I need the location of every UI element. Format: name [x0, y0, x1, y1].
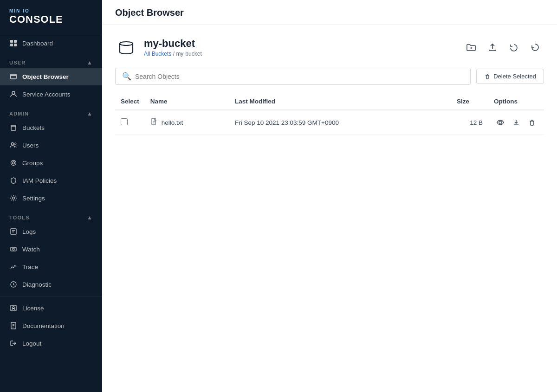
svg-point-9 — [13, 162, 15, 164]
sidebar-item-watch[interactable]: Watch — [0, 240, 102, 258]
svg-rect-1 — [14, 40, 17, 43]
sidebar-section-admin: ADMIN ▲ — [0, 106, 102, 119]
logs-icon — [9, 227, 18, 236]
main-body: my-bucket All Buckets / my-bucket — [102, 25, 557, 392]
sidebar-item-groups-label: Groups — [22, 160, 43, 167]
sidebar-divider — [0, 296, 102, 296]
sidebar-item-logout[interactable]: Logout — [0, 334, 102, 352]
svg-point-5 — [12, 91, 15, 94]
dashboard-icon — [9, 39, 18, 47]
breadcrumb-all-buckets[interactable]: All Buckets — [144, 51, 171, 57]
diagnostic-icon — [9, 280, 18, 289]
sidebar-item-users[interactable]: Users — [0, 136, 102, 154]
table-body: hello.txt Fri Sep 10 2021 23:03:59 GMT+0… — [115, 110, 544, 135]
logo-console: CONSOLE — [9, 13, 93, 26]
page-title: Object Browser — [115, 7, 544, 18]
sidebar-item-watch-label: Watch — [22, 246, 40, 253]
sidebar-item-groups[interactable]: Groups — [0, 154, 102, 172]
main-header: Object Browser — [102, 0, 557, 25]
col-header-size: Size — [451, 93, 488, 110]
search-bar-wrap: 🔍 Delete Selected — [115, 68, 544, 85]
sidebar-item-diagnostic-label: Diagnostic — [22, 281, 52, 288]
logo-minio: MIN IO — [9, 8, 93, 13]
sidebar-item-license[interactable]: License — [0, 299, 102, 317]
upload-button[interactable] — [484, 39, 501, 56]
sidebar-item-iam-policies[interactable]: IAM Policies — [0, 172, 102, 189]
sidebar-item-object-browser[interactable]: Object Browser — [0, 68, 102, 85]
row-options-cell — [488, 110, 544, 135]
bucket-name: my-bucket — [144, 38, 202, 50]
sidebar-section-user: USER ▲ — [0, 55, 102, 68]
file-icon — [150, 118, 158, 127]
row-modified-cell: Fri Sep 10 2021 23:03:59 GMT+0900 — [229, 110, 451, 135]
sidebar-item-diagnostic[interactable]: Diagnostic — [0, 276, 102, 293]
svg-rect-0 — [10, 40, 13, 43]
sidebar-item-logs-label: Logs — [22, 228, 36, 235]
breadcrumb: All Buckets / my-bucket — [144, 51, 202, 57]
groups-icon — [9, 159, 18, 167]
buckets-icon — [9, 123, 18, 132]
documentation-icon — [9, 321, 18, 330]
sidebar-item-trace-label: Trace — [22, 263, 38, 270]
row-size-cell: 12 B — [451, 110, 488, 135]
delete-selected-button[interactable]: Delete Selected — [476, 69, 544, 84]
svg-point-13 — [13, 248, 14, 250]
sidebar-item-documentation-label: Documentation — [22, 322, 65, 329]
sidebar: MIN IO CONSOLE Dashboard USER ▲ Object B… — [0, 0, 102, 392]
logout-icon — [9, 339, 18, 347]
rewind-button[interactable] — [505, 39, 523, 56]
file-name: hello.txt — [162, 119, 183, 126]
row-name-cell: hello.txt — [145, 110, 229, 135]
row-checkbox[interactable] — [121, 118, 128, 125]
search-input[interactable] — [135, 73, 464, 80]
svg-rect-11 — [11, 229, 16, 234]
svg-point-8 — [11, 161, 16, 166]
svg-rect-15 — [11, 305, 16, 311]
sidebar-logo: MIN IO CONSOLE — [0, 0, 102, 34]
sidebar-item-dashboard[interactable]: Dashboard — [0, 34, 102, 52]
objects-table: Select Name Last Modified Size Options h… — [115, 93, 544, 135]
bucket-title-wrap: my-bucket All Buckets / my-bucket — [144, 38, 202, 57]
bucket-header: my-bucket All Buckets / my-bucket — [115, 36, 544, 58]
preview-button[interactable] — [494, 116, 507, 129]
bucket-icon — [115, 36, 137, 58]
sidebar-item-settings-label: Settings — [22, 195, 45, 202]
svg-rect-2 — [10, 44, 13, 46]
svg-rect-12 — [11, 247, 16, 251]
refresh-button[interactable] — [526, 39, 544, 56]
col-header-last-modified: Last Modified — [229, 93, 451, 110]
svg-point-7 — [14, 143, 16, 145]
sidebar-item-trace[interactable]: Trace — [0, 258, 102, 276]
sidebar-item-settings[interactable]: Settings — [0, 189, 102, 207]
sidebar-item-service-accounts[interactable]: Service Accounts — [0, 85, 102, 103]
sidebar-item-logs[interactable]: Logs — [0, 223, 102, 240]
col-header-select: Select — [115, 93, 145, 110]
breadcrumb-current: my-bucket — [176, 51, 201, 57]
sidebar-item-object-browser-label: Object Browser — [22, 73, 69, 80]
tools-section-chevron: ▲ — [87, 214, 93, 221]
admin-section-chevron: ▲ — [87, 110, 93, 117]
bucket-info: my-bucket All Buckets / my-bucket — [115, 36, 202, 58]
sidebar-item-users-label: Users — [22, 142, 39, 149]
delete-button[interactable] — [525, 116, 538, 129]
sidebar-item-documentation[interactable]: Documentation — [0, 317, 102, 334]
table-header: Select Name Last Modified Size Options — [115, 93, 544, 110]
sidebar-item-buckets[interactable]: Buckets — [0, 119, 102, 136]
sidebar-item-iam-policies-label: IAM Policies — [22, 177, 57, 184]
table-row: hello.txt Fri Sep 10 2021 23:03:59 GMT+0… — [115, 110, 544, 135]
sidebar-item-dashboard-label: Dashboard — [22, 40, 53, 47]
download-button[interactable] — [510, 116, 523, 129]
license-icon — [9, 304, 18, 312]
col-header-name: Name — [145, 93, 229, 110]
user-section-chevron: ▲ — [87, 59, 93, 66]
sidebar-item-service-accounts-label: Service Accounts — [22, 91, 71, 98]
svg-rect-3 — [14, 44, 17, 46]
sidebar-item-buckets-label: Buckets — [22, 124, 45, 131]
bucket-actions — [462, 39, 544, 56]
delete-selected-label: Delete Selected — [493, 73, 536, 80]
col-header-options: Options — [488, 93, 544, 110]
service-accounts-icon — [9, 90, 18, 98]
breadcrumb-sep: / — [171, 51, 176, 57]
sidebar-section-tools: TOOLS ▲ — [0, 210, 102, 223]
create-folder-button[interactable] — [462, 39, 480, 56]
